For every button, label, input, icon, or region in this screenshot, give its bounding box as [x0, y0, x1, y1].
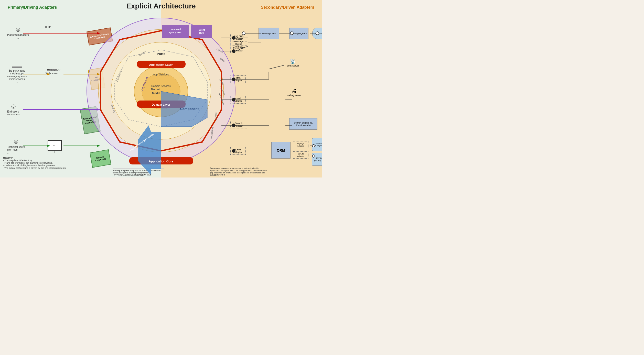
secondary-adapters-desc: Secondary adapters wrap around a tool an…	[210, 166, 269, 176]
actor-platform-managers: ☺ Platform managers ...	[7, 26, 29, 39]
note-1: - The map is not the territory.	[3, 159, 33, 162]
cli-box: >_	[48, 140, 62, 151]
main-container: Explicit Architecture Primary/Driving Ad…	[0, 0, 322, 178]
actor-technical-users: ☺ Technical userscron jobs...	[7, 138, 25, 154]
sms-server-label: SMS Server	[287, 64, 299, 67]
message-bus-box: Message Bus	[259, 28, 279, 39]
search-adapter-box: SearchAdapter	[230, 121, 247, 128]
queue-rabbitmq-box: Queue (ie. RabbitMQ)	[312, 28, 322, 39]
orm-adapter-box: ORMAdapter	[230, 147, 246, 155]
sms-adapter-box: SMSAdapter	[230, 75, 246, 83]
actor-third-party-label: 3rd party appsmobile appsmessage queuesm…	[7, 69, 27, 83]
actor-web-server-label: Web server	[46, 72, 59, 75]
email-adapter-box: EmailAdapter	[230, 96, 246, 104]
actor-platform-managers-label: Platform managers	[7, 34, 29, 36]
actor-web-server: ▬▬ Web server	[46, 66, 59, 75]
however-section: However: - The map is not the territory.…	[3, 157, 66, 169]
left-section-header: Primary/Driving Adapters	[8, 5, 57, 10]
message-queue-box: Message Queue	[289, 28, 308, 39]
orm-box: ORM	[271, 142, 291, 159]
however-label: However:	[3, 157, 14, 159]
actor-third-party: ▬▬ 3rd party appsmobile appsmessage queu…	[7, 63, 27, 83]
message-queue-adapter-box: MessageQueueAdapter	[230, 39, 247, 49]
actor-platform-managers-ellipsis: ...	[17, 36, 19, 39]
mailing-server-label: Mailing Server	[287, 94, 302, 97]
mailing-server-area: 🖨 Mailing Server	[287, 88, 302, 97]
tst-db-cylinder: TST DB(ie. SQLite)	[312, 153, 322, 166]
note-4: - The actual architecture is driven by t…	[3, 167, 66, 169]
note-3: - Understand all of this, but use only w…	[3, 164, 56, 167]
mysql-adapter-box: MySQLAdapter	[293, 141, 308, 148]
console-commands-box: Console Commands	[90, 149, 111, 168]
search-engine-box: Search Engine (ie. Elasticsearch)	[289, 118, 317, 130]
sms-server-area: 📡 SMS Server	[287, 59, 299, 67]
actor-end-users: ☺ End-usersconsumers...	[7, 102, 20, 119]
right-section-header: Secondary/Driven Adapters	[261, 5, 314, 10]
actor-technical-users-label: Technical userscron jobs...	[7, 146, 25, 154]
actor-end-users-label: End-usersconsumers...	[7, 110, 20, 119]
prd-db-cylinder: PRD DB(ie. MySQL)	[312, 138, 322, 151]
page-title: Explicit Architecture	[126, 2, 196, 10]
note-2: - Plans are worthless, but planning is e…	[3, 162, 53, 164]
sqlite-adapter-box: SQLiteAdapter	[293, 151, 308, 159]
primary-adapters-desc: Primary adapters wrap around a use case …	[113, 168, 164, 176]
